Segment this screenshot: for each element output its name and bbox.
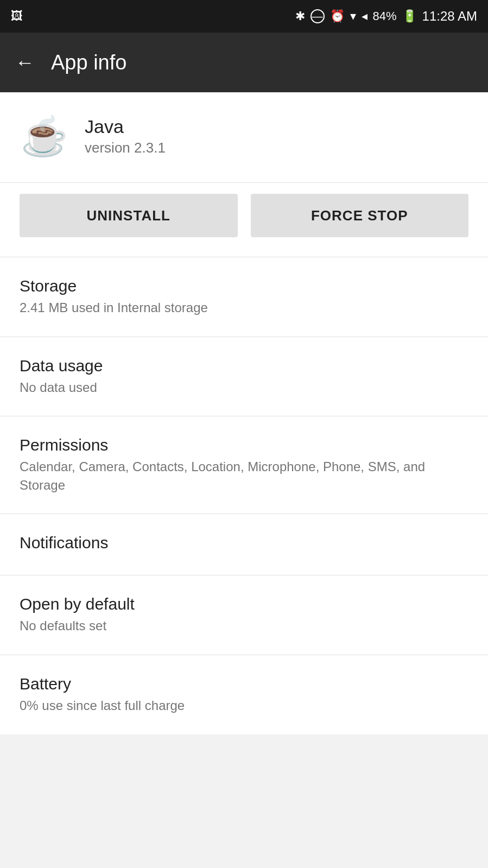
permissions-title: Permissions — [20, 436, 468, 454]
open-by-default-section[interactable]: Open by default No defaults set — [0, 575, 488, 655]
app-name: Java — [85, 116, 166, 137]
notifications-section[interactable]: Notifications — [0, 514, 488, 575]
app-info-text: Java version 2.3.1 — [85, 116, 166, 156]
battery-percentage: 84% — [373, 9, 397, 23]
data-usage-subtitle: No data used — [20, 378, 468, 397]
wifi-icon: ▾ — [350, 9, 356, 23]
image-icon: 🖼 — [11, 9, 23, 23]
app-icon: ☕ — [20, 112, 68, 161]
battery-title: Battery — [20, 675, 468, 693]
uninstall-button[interactable]: UNINSTALL — [20, 194, 238, 237]
storage-subtitle: 2.41 MB used in Internal storage — [20, 299, 468, 317]
dnd-icon: — — [310, 9, 325, 23]
back-button[interactable]: ← — [15, 51, 35, 74]
data-usage-section[interactable]: Data usage No data used — [0, 337, 488, 417]
notifications-title: Notifications — [20, 534, 468, 552]
permissions-section[interactable]: Permissions Calendar, Camera, Contacts, … — [0, 416, 488, 514]
storage-section[interactable]: Storage 2.41 MB used in Internal storage — [0, 257, 488, 337]
app-card: ☕ Java version 2.3.1 — [0, 92, 488, 183]
force-stop-button[interactable]: FORCE STOP — [251, 194, 469, 237]
open-by-default-title: Open by default — [20, 595, 468, 613]
signal-icon: ◂ — [362, 9, 367, 23]
buttons-row: UNINSTALL FORCE STOP — [0, 183, 488, 257]
alarm-icon: ⏰ — [330, 9, 345, 23]
data-usage-title: Data usage — [20, 357, 468, 375]
battery-subtitle: 0% use since last full charge — [20, 696, 468, 715]
page-title: App info — [51, 51, 126, 74]
permissions-subtitle: Calendar, Camera, Contacts, Location, Mi… — [20, 458, 468, 494]
app-version: version 2.3.1 — [85, 140, 166, 156]
status-bar-right: ✱ — ⏰ ▾ ◂ 84% 🔋 11:28 AM — [295, 9, 477, 24]
battery-icon: 🔋 — [402, 9, 417, 23]
sections-list: Storage 2.41 MB used in Internal storage… — [0, 257, 488, 734]
storage-title: Storage — [20, 277, 468, 295]
open-by-default-subtitle: No defaults set — [20, 617, 468, 635]
status-bar: 🖼 ✱ — ⏰ ▾ ◂ 84% 🔋 11:28 AM — [0, 0, 488, 33]
toolbar: ← App info — [0, 33, 488, 92]
battery-section[interactable]: Battery 0% use since last full charge — [0, 655, 488, 734]
status-time: 11:28 AM — [422, 9, 477, 24]
bluetooth-icon: ✱ — [295, 9, 305, 23]
status-bar-left: 🖼 — [11, 9, 23, 23]
